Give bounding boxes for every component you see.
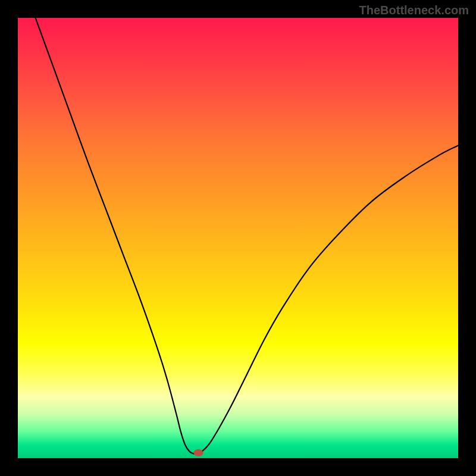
watermark-text: TheBottleneck.com <box>359 4 469 17</box>
minimum-marker <box>193 449 203 456</box>
curve-svg <box>18 18 458 458</box>
bottleneck-curve <box>36 18 458 454</box>
chart-container: TheBottleneck.com <box>0 0 476 476</box>
plot-area <box>18 18 458 458</box>
